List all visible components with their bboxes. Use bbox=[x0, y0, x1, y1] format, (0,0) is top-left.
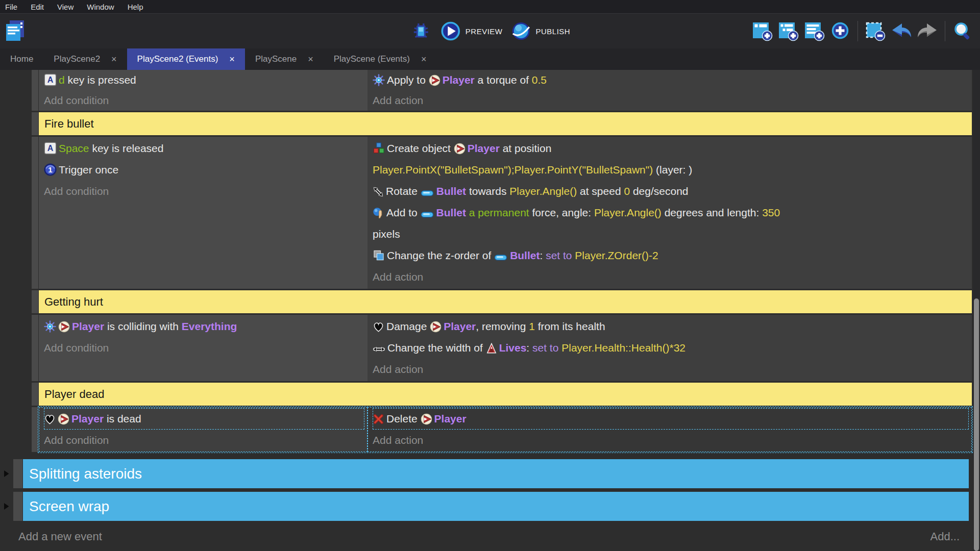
scrollbar-thumb[interactable] bbox=[974, 298, 979, 551]
add-action-button[interactable]: Add action bbox=[373, 90, 969, 111]
add-comment-icon bbox=[803, 20, 825, 42]
add-condition-button[interactable]: Add condition bbox=[44, 90, 364, 111]
event-row: ASpace key is released1Trigger onceAdd c… bbox=[0, 137, 973, 289]
text-part: from its health bbox=[535, 320, 605, 332]
tab-home[interactable]: Home bbox=[0, 48, 43, 70]
add-action-button[interactable]: Add action bbox=[373, 359, 969, 380]
add-new-event-button[interactable]: Add a new event bbox=[18, 530, 102, 543]
event-drag-handle[interactable] bbox=[32, 137, 38, 289]
debug-icon bbox=[411, 21, 431, 41]
event-drag-handle[interactable] bbox=[32, 70, 38, 111]
add-condition-button[interactable]: Add condition bbox=[44, 181, 364, 202]
condition-line[interactable]: Player is colliding with Everything bbox=[44, 316, 364, 337]
tab-close-icon[interactable]: × bbox=[229, 55, 235, 64]
group-title[interactable]: Splitting asteroids bbox=[23, 459, 969, 488]
event-drag-handle[interactable] bbox=[32, 290, 38, 313]
preview-button[interactable]: PREVIEW bbox=[440, 21, 503, 41]
player-icon bbox=[454, 138, 465, 159]
redo-icon bbox=[916, 20, 939, 42]
text-part: d bbox=[59, 74, 65, 86]
text-part: Bullet bbox=[436, 185, 466, 197]
action-line[interactable]: Delete Player bbox=[373, 408, 969, 430]
comment-row: Fire bullet bbox=[0, 112, 973, 135]
menu-item-file[interactable]: File bbox=[5, 3, 17, 11]
condition-lines: Player is colliding with Everything bbox=[44, 316, 364, 337]
search-button[interactable] bbox=[951, 20, 974, 42]
group-title[interactable]: Screen wrap bbox=[23, 492, 969, 521]
actions-cell: Delete PlayerAdd action bbox=[368, 407, 972, 452]
text-part: Player bbox=[443, 74, 475, 86]
menu-item-help[interactable]: Help bbox=[128, 3, 143, 11]
tab-close-icon[interactable]: × bbox=[421, 55, 427, 64]
event-gutter bbox=[0, 407, 32, 452]
action-line[interactable]: Rotate Bullet towards Player.Angle() at … bbox=[373, 181, 969, 202]
text-part: Everything bbox=[182, 320, 237, 332]
debugger-button[interactable] bbox=[410, 20, 432, 42]
action-line[interactable]: Change the width of Lives: set to Player… bbox=[373, 337, 969, 359]
fold-arrow-icon[interactable] bbox=[3, 469, 10, 478]
redo-button[interactable] bbox=[916, 20, 939, 42]
delete-icon bbox=[373, 408, 384, 430]
fold-arrow-icon[interactable] bbox=[3, 502, 10, 511]
condition-line[interactable]: 1Trigger once bbox=[44, 159, 364, 181]
toolbar-center: PREVIEW PUBLISH bbox=[410, 14, 570, 48]
condition-line[interactable]: ASpace key is released bbox=[44, 138, 364, 159]
keyboard-icon: A bbox=[44, 70, 57, 90]
action-lines: Damage Player, removing 1 from its healt… bbox=[373, 316, 969, 359]
undo-button[interactable] bbox=[890, 20, 913, 42]
event-drag-handle[interactable] bbox=[32, 112, 38, 135]
text-part: Rotate bbox=[386, 185, 421, 197]
heart-icon bbox=[44, 408, 56, 430]
add-action-button[interactable]: Add action bbox=[373, 266, 969, 288]
condition-line[interactable]: Ad key is pressed bbox=[44, 70, 364, 90]
action-line[interactable]: Add to Bullet a permanent force, angle: … bbox=[373, 202, 969, 245]
menu-bar: FileEditViewWindowHelp bbox=[0, 0, 980, 13]
event-drag-handle[interactable] bbox=[32, 407, 38, 452]
add-action-button[interactable]: Add action bbox=[373, 430, 969, 451]
add-condition-button[interactable]: Add condition bbox=[44, 430, 364, 451]
add-circle-button[interactable] bbox=[829, 20, 851, 42]
menu-item-edit[interactable]: Edit bbox=[31, 3, 44, 11]
add-condition-button[interactable]: Add condition bbox=[44, 337, 364, 359]
text-part: is colliding with bbox=[104, 320, 182, 332]
text-part: Player bbox=[434, 413, 467, 424]
comment-text[interactable]: Getting hurt bbox=[39, 290, 972, 313]
action-line[interactable]: Create object Player at positionPlayer.P… bbox=[373, 138, 969, 181]
event-gutter bbox=[0, 290, 32, 313]
tab-close-icon[interactable]: × bbox=[308, 55, 313, 64]
menu-item-window[interactable]: Window bbox=[87, 3, 114, 11]
events-footer: Add a new event Add... bbox=[0, 525, 973, 551]
tab-playscene2[interactable]: PlayScene2× bbox=[43, 48, 127, 70]
tab-close-icon[interactable]: × bbox=[111, 55, 117, 64]
tab-label: PlayScene bbox=[255, 54, 297, 64]
trigger-once-icon: 1 bbox=[44, 159, 57, 181]
text-part: Player.ZOrder()-2 bbox=[575, 249, 658, 261]
action-line[interactable]: Apply to Player a torque of 0.5 bbox=[373, 70, 969, 90]
add-more-button[interactable]: Add... bbox=[930, 530, 960, 543]
add-subevent-button[interactable] bbox=[777, 20, 799, 42]
text-part: Space bbox=[59, 142, 89, 154]
action-lines: Apply to Player a torque of 0.5 bbox=[373, 70, 969, 90]
lives-icon bbox=[486, 337, 497, 359]
menu-item-view[interactable]: View bbox=[57, 3, 74, 11]
action-line[interactable]: Change the z-order of Bullet: set to Pla… bbox=[373, 245, 969, 266]
event-drag-handle[interactable] bbox=[32, 383, 38, 406]
event-drag-handle[interactable] bbox=[32, 315, 38, 381]
action-line[interactable]: Damage Player, removing 1 from its healt… bbox=[373, 316, 969, 337]
comment-text[interactable]: Fire bullet bbox=[39, 112, 972, 135]
group-drag-handle[interactable] bbox=[13, 459, 22, 488]
remove-selection-button[interactable] bbox=[864, 20, 887, 42]
add-event-button[interactable] bbox=[751, 20, 773, 42]
event-body: Player is deadAdd conditionDelete Player… bbox=[39, 407, 972, 452]
event-gutter bbox=[0, 137, 32, 289]
publish-button[interactable]: PUBLISH bbox=[510, 21, 570, 41]
group-drag-handle[interactable] bbox=[13, 492, 22, 521]
tab-playscene-events[interactable]: PlayScene (Events)× bbox=[324, 48, 437, 70]
condition-line[interactable]: Player is dead bbox=[44, 408, 364, 430]
vertical-scrollbar[interactable] bbox=[973, 70, 980, 551]
comment-text[interactable]: Player dead bbox=[39, 383, 972, 406]
tab-playscene[interactable]: PlayScene× bbox=[245, 48, 324, 70]
tab-playscene2-events[interactable]: PlayScene2 (Events)× bbox=[127, 48, 245, 70]
add-comment-button[interactable] bbox=[803, 20, 825, 42]
event-row: Ad key is pressedAdd conditionApply to P… bbox=[0, 70, 973, 111]
